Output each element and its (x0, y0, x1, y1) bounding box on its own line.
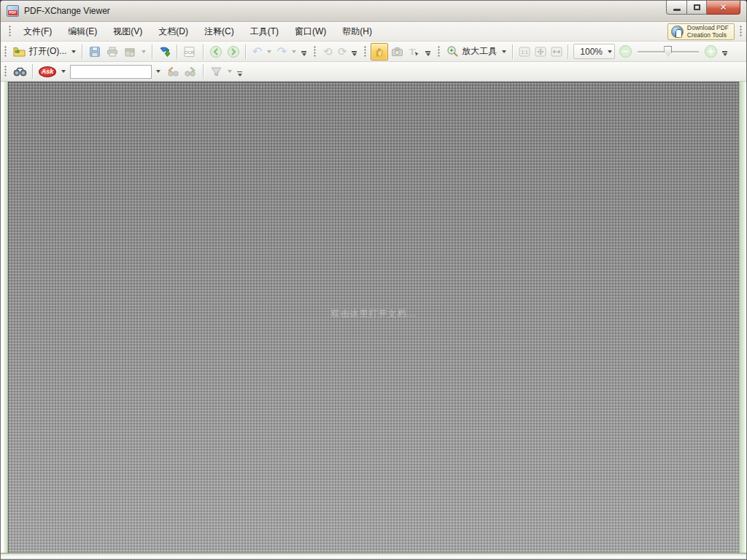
window-title: PDF-XChange Viewer (24, 6, 110, 16)
filter-dropdown-caret[interactable] (228, 70, 232, 73)
open-document-hint[interactable]: 双击这里打开文档... (330, 308, 416, 320)
separator (568, 44, 569, 59)
search-input[interactable] (74, 67, 148, 76)
go-back-button[interactable] (207, 43, 225, 61)
find-next-button[interactable] (182, 63, 200, 80)
zoom-tool-dropdown-caret[interactable] (502, 50, 506, 53)
redo-dropdown-caret[interactable] (292, 50, 296, 53)
zoom-level-caret (608, 50, 612, 53)
menu-file[interactable]: 文件(F) (15, 23, 60, 41)
search-history-caret[interactable] (156, 70, 160, 73)
minimize-button[interactable] (666, 1, 687, 15)
search-button[interactable] (11, 63, 29, 80)
menu-tools[interactable]: 工具(T) (242, 23, 287, 41)
separator (82, 44, 83, 59)
download-pdf-tools-button[interactable]: Download PDF Creation Tools (667, 23, 735, 40)
search-toolbar-grip[interactable] (4, 66, 7, 77)
actual-size-button[interactable]: 1:1 (516, 43, 533, 61)
print-icon (107, 46, 118, 58)
open-button[interactable]: 打开(O)... (11, 43, 69, 61)
ask-logo-icon: Ask (39, 66, 56, 77)
zoom-slider[interactable] (638, 44, 699, 59)
menu-document[interactable]: 文档(D) (150, 23, 196, 41)
document-canvas[interactable]: 双击这里打开文档... (8, 82, 739, 553)
zoom-in-button[interactable] (702, 43, 720, 61)
toolbar-overflow-chevron[interactable] (352, 51, 357, 56)
export-button[interactable] (121, 43, 139, 61)
toolbar-grip-tools[interactable] (364, 46, 367, 58)
rotate-cw-button[interactable]: ⟳ (335, 43, 349, 61)
toolbar-grip-zoom[interactable] (438, 46, 441, 58)
toolbar-overflow-chevron[interactable] (237, 71, 242, 77)
hand-tool-button[interactable] (371, 43, 388, 61)
zoom-level-combo[interactable]: 100% (573, 44, 615, 59)
toolbar-grip-rotate[interactable] (314, 46, 317, 58)
download-label-line2: Creation Tools (687, 31, 729, 39)
title-bar[interactable]: PDF-XChange Viewer ✕ (1, 1, 746, 22)
rotate-ccw-icon: ⟲ (323, 46, 333, 57)
select-text-button[interactable]: T (406, 43, 423, 61)
menu-comments[interactable]: 注释(C) (196, 23, 242, 41)
zoom-in-icon (704, 44, 718, 58)
search-input-box[interactable] (70, 65, 152, 79)
svg-text:OCR: OCR (185, 50, 195, 55)
print-button[interactable] (104, 43, 121, 61)
save-icon (89, 46, 101, 58)
open-folder-icon (13, 46, 26, 58)
rotate-cw-icon: ⟳ (338, 46, 347, 57)
app-icon (7, 5, 19, 17)
fit-page-icon (535, 47, 546, 57)
maximize-button[interactable] (687, 1, 707, 15)
separator (512, 44, 514, 59)
menubar-right-grip[interactable] (740, 26, 743, 37)
redo-button[interactable]: ↷ (274, 43, 289, 61)
separator (32, 64, 34, 79)
menu-bar: 文件(F) 编辑(E) 视图(V) 文档(D) 注释(C) 工具(T) 窗口(W… (1, 22, 746, 42)
menu-edit[interactable]: 编辑(E) (60, 23, 105, 41)
select-text-icon: T (409, 46, 420, 58)
menu-window[interactable]: 窗口(W) (287, 23, 334, 41)
hand-tool-icon (374, 46, 385, 58)
fit-width-button[interactable] (549, 43, 565, 61)
fit-page-button[interactable] (533, 43, 549, 61)
menu-help[interactable]: 帮助(H) (334, 23, 380, 41)
app-window: PDF-XChange Viewer ✕ 文件(F) 编辑(E) 视图(V) 文… (0, 0, 747, 560)
ask-search-provider-button[interactable]: Ask (36, 63, 58, 80)
toolbar-grip-file[interactable] (4, 46, 7, 58)
scanner-import-button[interactable] (156, 43, 174, 61)
undo-dropdown-caret[interactable] (267, 50, 271, 53)
window-border-bottom[interactable] (1, 553, 746, 559)
magnifier-plus-icon (446, 45, 459, 58)
forward-arrow-icon (227, 45, 240, 58)
export-package-icon (124, 46, 136, 58)
maximize-icon (694, 4, 700, 10)
window-border-left[interactable] (1, 82, 8, 559)
separator (203, 44, 204, 59)
zoom-out-button[interactable] (616, 43, 635, 61)
open-dropdown-caret[interactable] (71, 50, 76, 53)
window-border-right[interactable] (739, 82, 746, 559)
go-forward-button[interactable] (225, 43, 242, 61)
rotate-ccw-button[interactable]: ⟲ (320, 43, 335, 61)
toolbar-overflow-chevron[interactable] (301, 51, 306, 56)
ask-provider-caret[interactable] (61, 70, 66, 73)
menubar-grip[interactable] (9, 26, 12, 37)
zoom-tool-button[interactable]: 放大工具 (444, 43, 499, 61)
separator (152, 44, 153, 59)
undo-icon: ↶ (252, 46, 262, 58)
save-button[interactable] (86, 43, 104, 61)
close-button[interactable]: ✕ (707, 1, 740, 15)
zoom-slider-thumb[interactable] (664, 46, 672, 57)
menu-view[interactable]: 视图(V) (105, 23, 150, 41)
download-label-line1: Download PDF (687, 24, 729, 31)
filter-button[interactable] (207, 63, 225, 80)
actual-size-icon: 1:1 (519, 47, 530, 57)
find-previous-button[interactable] (163, 63, 182, 80)
toolbar-overflow-chevron[interactable] (425, 51, 430, 56)
snapshot-button[interactable] (388, 43, 406, 61)
ocr-button[interactable]: OCR (181, 43, 200, 61)
toolbar-overflow-chevron[interactable] (722, 51, 727, 56)
export-dropdown-caret[interactable] (142, 50, 146, 53)
separator (177, 44, 178, 59)
undo-button[interactable]: ↶ (249, 43, 264, 61)
